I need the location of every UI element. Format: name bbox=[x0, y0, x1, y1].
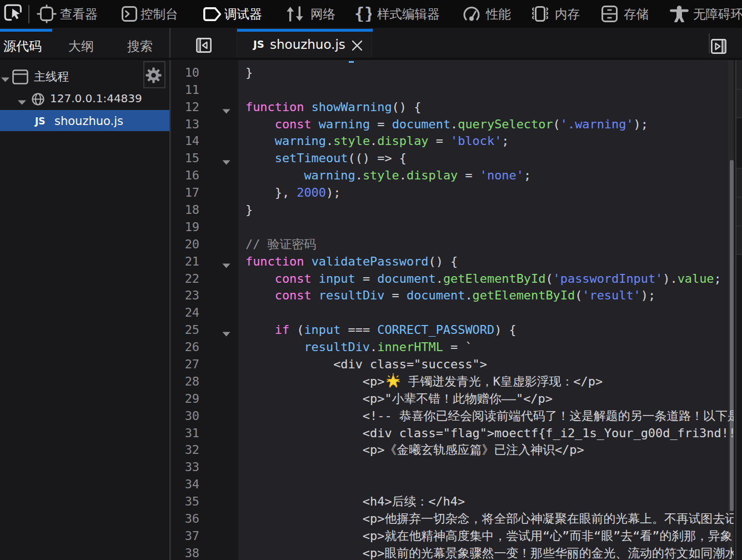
sources-settings-button[interactable] bbox=[143, 61, 166, 88]
code-line-30[interactable]: 30 <!-- 恭喜你已经会阅读前端代码了！这是解题的另一条道路！以下是 bbox=[171, 408, 734, 425]
close-tab-icon[interactable] bbox=[351, 39, 363, 54]
toolbox-tab-storage[interactable]: 存储 bbox=[601, 0, 649, 28]
code-line-13[interactable]: 13 const warning = document.querySelecto… bbox=[171, 116, 734, 133]
line-number[interactable]: 29 bbox=[171, 391, 199, 408]
toolbox-tab-inspector[interactable]: 查看器 bbox=[37, 0, 98, 28]
debugger-icon bbox=[203, 7, 222, 21]
tree-item-host[interactable]: 127.0.0.1:44839 bbox=[0, 88, 169, 110]
code-text: <p>《金曦玄轨感应篇》已注入神识</p> bbox=[245, 442, 584, 459]
editor-scrollbar-thumb[interactable] bbox=[730, 160, 734, 511]
code-line-27[interactable]: 27 <div class="success"> bbox=[171, 356, 734, 373]
line-number[interactable]: 26 bbox=[171, 339, 199, 356]
line-number[interactable]: 14 bbox=[171, 133, 199, 150]
line-number[interactable]: 21 bbox=[171, 253, 199, 271]
toolbox-tab-network[interactable]: 网络 bbox=[285, 0, 335, 28]
code-line-12[interactable]: 12function showWarning() { bbox=[171, 99, 734, 116]
code-line-29[interactable]: 29 <p>"小辈不错！此物赠你——"</p> bbox=[171, 391, 734, 408]
code-line-37[interactable]: 37 <p>就在他精神高度集中，尝试用“心”而非“眼”去“看”的刹那，异象 bbox=[171, 528, 734, 545]
line-number[interactable]: 20 bbox=[171, 236, 199, 253]
line-number[interactable]: 15 bbox=[171, 150, 199, 167]
code-text: }, 2000); bbox=[245, 184, 340, 202]
toolbox-tab-console[interactable]: 控制台 bbox=[122, 0, 178, 28]
code-line-31[interactable]: 31 <div class="flag">moectf{f_i2_1s_Your… bbox=[171, 425, 734, 442]
line-number[interactable]: 23 bbox=[171, 287, 199, 304]
js-file-badge: JS bbox=[35, 116, 46, 127]
line-number[interactable]: 36 bbox=[171, 511, 199, 528]
code-line-35[interactable]: 35 <h4>后续：</h4> bbox=[171, 493, 734, 511]
code-line-15[interactable]: 15 setTimeout(() => { bbox=[171, 150, 734, 167]
toolbox-tab-accessibility[interactable]: 无障碍环境 bbox=[670, 0, 742, 28]
code-line-11[interactable]: 11 bbox=[171, 82, 734, 99]
sidebar-tab-outline[interactable]: 大纲 bbox=[68, 28, 94, 58]
code-lines: 10}1112function showWarning() {13 const … bbox=[171, 58, 734, 560]
code-line-21[interactable]: 21function validatePassword() { bbox=[171, 253, 734, 271]
code-text: warning.style.display = 'none'; bbox=[245, 167, 531, 184]
toolbox-tab-label: 调试器 bbox=[224, 0, 262, 28]
fold-arrow-icon[interactable] bbox=[222, 328, 232, 333]
toolbox-tab-styleeditor[interactable]: {}样式编辑器 bbox=[354, 0, 440, 28]
code-line-18[interactable]: 18} bbox=[171, 202, 734, 219]
sidebar-tab-search[interactable]: 搜索 bbox=[127, 28, 153, 58]
code-line-36[interactable]: 36 <p>他摒弃一切杂念，将全部心神凝聚在眼前的光幕上。不再试图去记 bbox=[171, 511, 734, 528]
code-line-14[interactable]: 14 warning.style.display = 'block'; bbox=[171, 133, 734, 150]
window-icon bbox=[12, 69, 28, 87]
code-line-24[interactable]: 24 bbox=[171, 304, 734, 322]
line-number[interactable]: 17 bbox=[171, 184, 199, 202]
code-line-19[interactable]: 19 bbox=[171, 219, 734, 236]
line-number[interactable]: 16 bbox=[171, 167, 199, 184]
source-tab-label: shouzhuo.js bbox=[270, 28, 345, 62]
line-number[interactable]: 38 bbox=[171, 545, 199, 560]
code-editor[interactable]: 10}1112function showWarning() {13 const … bbox=[171, 58, 734, 560]
code-line-23[interactable]: 23 const resultDiv = document.getElement… bbox=[171, 287, 734, 304]
expand-panes-button[interactable] bbox=[711, 39, 726, 56]
code-line-25[interactable]: 25 if (input === CORRECT_PASSWORD) { bbox=[171, 322, 734, 339]
code-line-38[interactable]: 38 <p>眼前的光幕景象骤然一变！那些华丽的金光、流动的符文如同潮水 bbox=[171, 545, 734, 560]
line-number[interactable]: 27 bbox=[171, 356, 199, 373]
line-number[interactable]: 19 bbox=[171, 219, 199, 236]
line-number[interactable]: 37 bbox=[171, 528, 199, 545]
toolbox-tab-performance[interactable]: 性能 bbox=[463, 0, 511, 28]
line-number[interactable]: 30 bbox=[171, 408, 199, 425]
line-number[interactable]: 12 bbox=[171, 99, 199, 116]
line-number[interactable]: 24 bbox=[171, 304, 199, 322]
code-line-28[interactable]: 28 <p> 手镯迸发青光，K皇虚影浮现：</p> bbox=[171, 373, 734, 391]
code-line-32[interactable]: 32 <p>《金曦玄轨感应篇》已注入神识</p> bbox=[171, 442, 734, 459]
line-number[interactable]: 34 bbox=[171, 476, 199, 493]
line-number[interactable]: 31 bbox=[171, 425, 199, 442]
toolbox-tab-memory[interactable]: 内存 bbox=[530, 0, 580, 28]
code-line-10[interactable]: 10} bbox=[171, 64, 734, 82]
expand-arrow-icon[interactable] bbox=[17, 97, 27, 107]
code-line-22[interactable]: 22 const input = document.getElementById… bbox=[171, 271, 734, 288]
code-line-34[interactable]: 34 bbox=[171, 476, 734, 493]
sidebar-tab-sources[interactable]: 源代码 bbox=[3, 28, 42, 58]
line-number[interactable]: 35 bbox=[171, 493, 199, 511]
code-line-20[interactable]: 20// 验证密码 bbox=[171, 236, 734, 253]
code-line-16[interactable]: 16 warning.style.display = 'none'; bbox=[171, 167, 734, 184]
collapse-sidebar-button[interactable] bbox=[196, 38, 212, 55]
pick-element-button[interactable] bbox=[0, 0, 26, 28]
line-number[interactable]: 28 bbox=[171, 373, 199, 391]
code-line-26[interactable]: 26 resultDiv.innerHTML = ` bbox=[171, 339, 734, 356]
line-number[interactable]: 25 bbox=[171, 322, 199, 339]
fold-arrow-icon[interactable] bbox=[222, 106, 232, 111]
tree-item-main-thread[interactable]: 主线程 bbox=[0, 58, 169, 88]
toolbox-tab-debugger[interactable]: 调试器 bbox=[203, 0, 262, 28]
fold-arrow-icon[interactable] bbox=[222, 260, 232, 265]
line-number[interactable]: 18 bbox=[171, 202, 199, 219]
line-number[interactable]: 22 bbox=[171, 271, 199, 288]
code-text: resultDiv.innerHTML = ` bbox=[245, 339, 473, 356]
star-emoji-icon bbox=[386, 373, 400, 388]
line-number[interactable]: 13 bbox=[171, 116, 199, 133]
code-line-33[interactable]: 33 bbox=[171, 459, 734, 476]
source-file-tab[interactable]: JS shouzhuo.js bbox=[237, 28, 372, 57]
code-line-17[interactable]: 17 }, 2000); bbox=[171, 184, 734, 202]
line-number[interactable]: 11 bbox=[171, 82, 199, 99]
expand-arrow-icon[interactable] bbox=[1, 74, 10, 84]
tree-item-file-selected[interactable]: JS shouzhuo.js bbox=[0, 110, 169, 131]
code-text: const input = document.getElementById('p… bbox=[245, 271, 721, 288]
line-number[interactable]: 10 bbox=[171, 64, 199, 82]
sidebar-splitter[interactable] bbox=[169, 28, 171, 560]
line-number[interactable]: 32 bbox=[171, 442, 199, 459]
fold-arrow-icon[interactable] bbox=[222, 157, 232, 162]
line-number[interactable]: 33 bbox=[171, 459, 199, 476]
